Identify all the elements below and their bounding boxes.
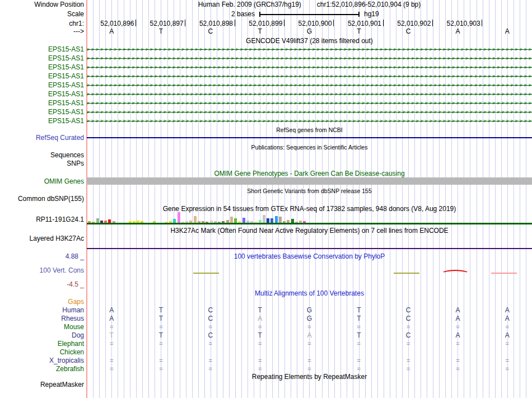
gtex-tissue-bar[interactable] (263, 215, 265, 223)
alignment-base-rhesus[interactable]: C (186, 315, 235, 322)
alignment-base-human[interactable]: T (235, 307, 284, 314)
alignment-base-x_tropicalis[interactable]: = (87, 357, 136, 364)
alignment-base-rhesus[interactable]: C (384, 315, 433, 322)
h3k27ac-track-label[interactable]: Layered H3K27Ac (0, 235, 84, 242)
alignment-base-rhesus[interactable]: T (334, 315, 384, 322)
alignment-base-human[interactable]: A (433, 307, 482, 314)
alignment-base-elephant[interactable]: = (334, 340, 384, 348)
alignment-base-zebrafish[interactable]: = (483, 366, 532, 373)
gencode-gene-item[interactable]: >>>>>>>>>>>>>>>>>>>>>>>>>>>>>>>>>>>>>>>>… (87, 73, 532, 80)
gtex-gene-model-line[interactable] (87, 223, 532, 224)
gencode-gene-label[interactable]: EPS15-AS1 (0, 109, 84, 116)
alignment-base-mouse[interactable]: = (186, 324, 235, 331)
species-label-human[interactable]: Human (0, 307, 84, 314)
alignment-base-mouse[interactable]: = (136, 324, 185, 331)
gtex-gene-label[interactable]: RP11-191G24.1 (0, 216, 84, 223)
alignment-base-rhesus[interactable]: T (136, 315, 185, 322)
alignment-base-mouse[interactable]: = (334, 324, 384, 331)
gencode-gene-item[interactable]: >>>>>>>>>>>>>>>>>>>>>>>>>>>>>>>>>>>>>>>>… (87, 91, 532, 98)
species-label-x_tropicalis[interactable]: X_tropicalis (0, 357, 84, 364)
gencode-gene-label[interactable]: EPS15-AS1 (0, 73, 84, 80)
refseq-track-label[interactable]: RefSeq Curated (0, 134, 84, 142)
gencode-gene-label[interactable]: EPS15-AS1 (0, 64, 84, 71)
gencode-gene-label[interactable]: EPS15-AS1 (0, 46, 84, 53)
gencode-gene-label[interactable]: EPS15-AS1 (0, 118, 84, 125)
alignment-base-dog[interactable]: A (284, 332, 334, 339)
gtex-tissue-bar[interactable] (178, 212, 180, 223)
alignment-base-dog[interactable]: C (186, 332, 235, 339)
gencode-gene-label[interactable]: EPS15-AS1 (0, 100, 84, 107)
alignment-base-x_tropicalis[interactable]: = (235, 357, 284, 364)
alignment-base-dog[interactable]: A (483, 332, 532, 339)
gencode-gene-item[interactable]: >>>>>>>>>>>>>>>>>>>>>>>>>>>>>>>>>>>>>>>>… (87, 118, 532, 125)
gencode-gene-item[interactable]: >>>>>>>>>>>>>>>>>>>>>>>>>>>>>>>>>>>>>>>>… (87, 100, 532, 107)
sequences-track-label[interactable]: Sequences (0, 152, 84, 159)
alignment-base-rhesus[interactable]: A (87, 315, 136, 322)
alignment-base-mouse[interactable]: = (483, 324, 532, 331)
alignment-base-x_tropicalis[interactable]: = (433, 357, 482, 364)
alignment-base-human[interactable]: C (384, 307, 433, 314)
alignment-base-x_tropicalis[interactable]: = (334, 357, 384, 364)
gencode-gene-item[interactable]: >>>>>>>>>>>>>>>>>>>>>>>>>>>>>>>>>>>>>>>>… (87, 46, 532, 53)
gtex-expression-bars[interactable] (87, 212, 532, 223)
gencode-gene-item[interactable]: >>>>>>>>>>>>>>>>>>>>>>>>>>>>>>>>>>>>>>>>… (87, 64, 532, 71)
repeatmasker-track-label[interactable]: RepeatMasker (0, 381, 84, 388)
alignment-base-zebrafish[interactable]: = (334, 366, 384, 373)
alignment-base-elephant[interactable]: = (284, 340, 334, 348)
alignment-base-zebrafish[interactable]: = (87, 366, 136, 373)
alignment-base-zebrafish[interactable]: = (384, 366, 433, 373)
alignment-base-human[interactable]: T (136, 307, 185, 314)
alignment-base-x_tropicalis[interactable]: = (186, 357, 235, 364)
gencode-gene-item[interactable]: >>>>>>>>>>>>>>>>>>>>>>>>>>>>>>>>>>>>>>>>… (87, 82, 532, 89)
alignment-base-mouse[interactable]: = (235, 324, 284, 331)
alignment-base-dog[interactable]: A (433, 332, 482, 339)
gencode-gene-item[interactable]: >>>>>>>>>>>>>>>>>>>>>>>>>>>>>>>>>>>>>>>>… (87, 109, 532, 116)
alignment-base-dog[interactable]: T (136, 332, 185, 339)
omim-gene-item[interactable] (87, 177, 532, 185)
alignment-base-elephant[interactable]: = (483, 340, 532, 348)
snps-track-label[interactable]: SNPs (0, 160, 84, 167)
alignment-base-elephant[interactable]: = (136, 340, 185, 348)
alignment-base-human[interactable]: G (284, 307, 334, 314)
dbsnp-track-label[interactable]: Common dbSNP(155) (0, 195, 84, 203)
alignment-base-dog[interactable]: C (384, 332, 433, 339)
refseq-gene-item[interactable] (87, 137, 532, 138)
gencode-gene-label[interactable]: EPS15-AS1 (0, 82, 84, 89)
alignment-base-elephant[interactable]: = (384, 340, 433, 348)
alignment-base-mouse[interactable]: = (87, 324, 136, 331)
alignment-base-elephant[interactable]: = (87, 340, 136, 348)
alignment-base-human[interactable]: T (334, 307, 384, 314)
alignment-base-x_tropicalis[interactable]: = (483, 357, 532, 364)
alignment-base-mouse[interactable]: = (284, 324, 334, 331)
alignment-base-dog[interactable]: T (235, 332, 284, 339)
alignment-base-rhesus[interactable]: A (235, 315, 284, 322)
conservation-track-label[interactable]: 100 Vert. Cons (0, 267, 84, 274)
alignment-base-elephant[interactable]: = (235, 340, 284, 348)
alignment-base-zebrafish[interactable]: = (433, 366, 482, 373)
alignment-base-zebrafish[interactable]: = (136, 366, 185, 373)
species-label-mouse[interactable]: Mouse (0, 324, 84, 331)
alignment-base-rhesus[interactable]: A (433, 315, 482, 322)
alignment-base-zebrafish[interactable]: = (186, 366, 235, 373)
alignment-base-rhesus[interactable]: A (483, 315, 532, 322)
gaps-row-label[interactable]: Gaps (0, 298, 84, 306)
alignment-base-human[interactable]: A (87, 307, 136, 314)
gencode-gene-label[interactable]: EPS15-AS1 (0, 55, 84, 62)
alignment-base-dog[interactable]: T (334, 332, 384, 339)
alignment-base-rhesus[interactable]: G (284, 315, 334, 322)
gencode-gene-item[interactable]: >>>>>>>>>>>>>>>>>>>>>>>>>>>>>>>>>>>>>>>>… (87, 55, 532, 62)
gencode-gene-label[interactable]: EPS15-AS1 (0, 91, 84, 98)
omim-track-label[interactable]: OMIM Genes (0, 178, 84, 185)
alignment-base-x_tropicalis[interactable]: = (136, 357, 185, 364)
alignment-base-zebrafish[interactable]: = (284, 366, 334, 373)
species-label-elephant[interactable]: Elephant (0, 340, 84, 348)
species-label-chicken[interactable]: Chicken (0, 349, 84, 356)
alignment-base-elephant[interactable]: = (433, 340, 482, 348)
species-label-dog[interactable]: Dog (0, 332, 84, 339)
alignment-base-elephant[interactable]: = (186, 340, 235, 348)
alignment-base-human[interactable]: C (186, 307, 235, 314)
alignment-base-zebrafish[interactable]: = (235, 366, 284, 373)
alignment-base-dog[interactable]: T (87, 332, 136, 339)
alignment-base-x_tropicalis[interactable]: = (384, 357, 433, 364)
alignment-base-x_tropicalis[interactable]: = (284, 357, 334, 364)
